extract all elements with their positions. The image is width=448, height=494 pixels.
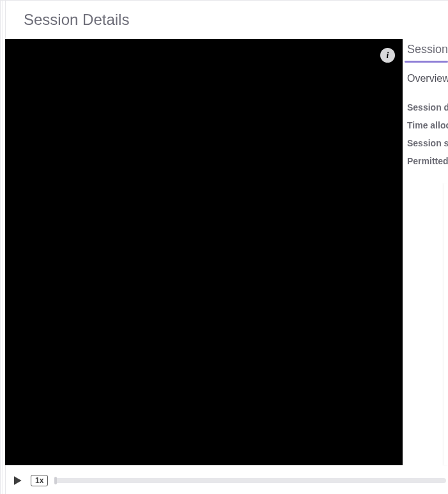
divider <box>0 1 1 494</box>
progress-track[interactable] <box>54 478 446 483</box>
meta-session: Session description or details <box>407 98 448 116</box>
meta-permitted: Permitted actions or resources <box>407 152 448 170</box>
play-button[interactable] <box>5 470 29 491</box>
session-side-panel: Session Overview Session description or … <box>405 39 448 170</box>
meta-time: Time allocated or allowed <box>407 116 448 134</box>
meta-status: Session status or state <box>407 134 448 152</box>
overview-heading: Overview <box>407 73 448 84</box>
divider <box>3 1 3 494</box>
playback-speed-button[interactable]: 1x <box>31 475 48 486</box>
tab-session[interactable]: Session <box>407 39 448 63</box>
progress-knob[interactable] <box>54 477 57 484</box>
playback-bar: 1x <box>5 467 446 494</box>
info-icon[interactable]: i <box>380 48 395 63</box>
page-title: Session Details <box>24 11 448 29</box>
video-player[interactable]: i <box>5 39 403 465</box>
session-details-frame: Session Details i Session Overview Sessi… <box>0 0 448 494</box>
play-icon <box>11 474 24 487</box>
session-meta-list: Session description or details Time allo… <box>407 98 448 170</box>
panel-edge <box>444 183 448 465</box>
